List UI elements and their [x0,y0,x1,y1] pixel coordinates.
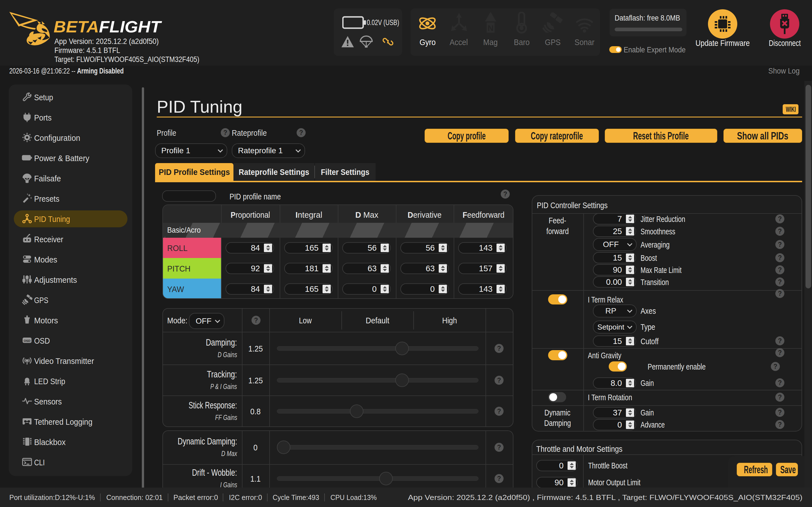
svg-text:OSD: OSD [24,339,31,342]
svg-text:N: N [488,23,494,33]
